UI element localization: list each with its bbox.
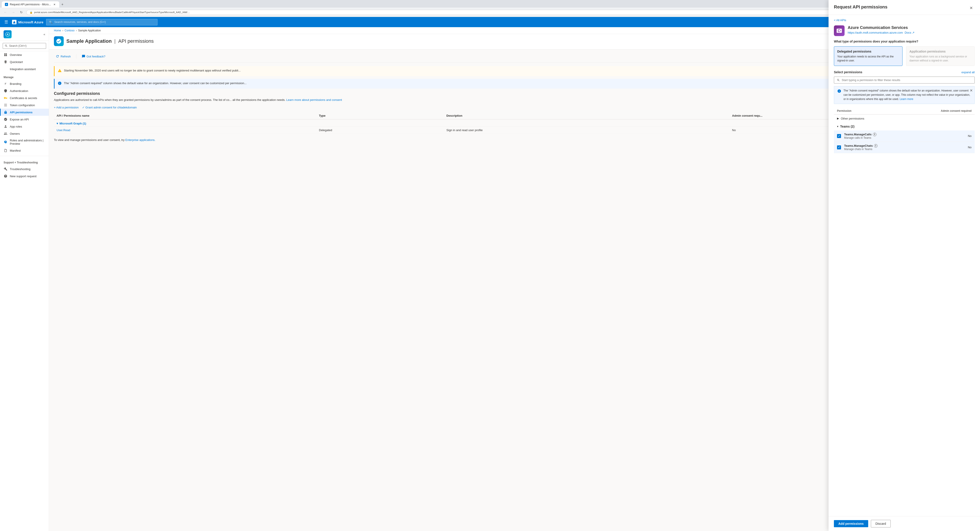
page-title-separator: | <box>114 38 116 44</box>
sidebar-item-support[interactable]: New support request <box>0 173 49 180</box>
manage-calls-checkbox[interactable]: ✓ <box>837 134 841 138</box>
perm-filter-input[interactable] <box>842 78 972 82</box>
manage-calls-desc: Manage calls in Teams <box>844 136 936 139</box>
panel-close-button[interactable]: ✕ <box>967 5 975 11</box>
page-section-name: API permissions <box>118 38 154 44</box>
permissions-search-box[interactable] <box>834 76 975 83</box>
azure-logo-text: Microsoft Azure <box>18 20 43 24</box>
breadcrumb-contoso[interactable]: Contoso <box>65 29 75 32</box>
delegated-desc: Your application needs to access the API… <box>837 54 899 62</box>
sidebar-collapse-button[interactable]: « <box>43 32 45 36</box>
search-icon <box>837 79 840 82</box>
checkmark-icon-2: ✓ <box>838 146 840 149</box>
sidebar-item-certificates[interactable]: Certificates & secrets <box>0 94 49 102</box>
sidebar-item-branding[interactable]: Branding <box>0 80 49 87</box>
user-read-link[interactable]: User.Read <box>57 129 70 132</box>
sidebar-item-overview[interactable]: Overview <box>0 51 49 58</box>
grant-consent-button[interactable]: ✓ Grant admin consent for chladekdomain <box>82 106 137 109</box>
sidebar-item-roles-admin[interactable]: Roles and administrators | Preview <box>0 137 49 147</box>
token-label: Token configuration <box>10 103 35 107</box>
tab-close-button[interactable]: ✕ <box>52 3 56 6</box>
col-description: Description <box>444 112 729 119</box>
graph-group-name: Microsoft Graph (1) <box>59 122 86 125</box>
add-permission-button[interactable]: + Add a permission <box>54 106 79 109</box>
select-perm-header: Select permissions expand all <box>834 70 975 74</box>
address-bar[interactable]: 🔒 portal.azure.com/#blade/Microsoft_AAD_… <box>26 10 912 15</box>
info-text: The "Admin consent required" column show… <box>64 81 247 86</box>
sidebar-item-expose-api[interactable]: Expose an API <box>0 116 49 123</box>
manage-chats-info-icon[interactable]: ℹ <box>874 144 878 148</box>
perm-table-header: Permission Admin consent required <box>834 108 975 114</box>
sidebar-search-box[interactable]: Search (Ctrl+/) <box>3 43 46 49</box>
request-api-permissions-panel: Request API permissions ✕ < All APIs Azu… <box>829 0 980 531</box>
forward-button[interactable]: → <box>10 9 16 15</box>
branding-label: Branding <box>10 82 21 86</box>
sidebar-item-owners[interactable]: Owners <box>0 130 49 137</box>
certificates-icon <box>3 96 8 100</box>
perm-type-question: What type of permissions does your appli… <box>834 40 975 43</box>
back-button[interactable]: ← <box>2 9 8 15</box>
manage-chats-checkbox[interactable]: ✓ <box>837 145 841 149</box>
warning-icon <box>58 68 62 74</box>
sidebar-item-app-roles[interactable]: App roles <box>0 123 49 130</box>
branding-icon <box>3 82 8 86</box>
sidebar: « Search (Ctrl+/) Overview Quickstart <box>0 27 49 531</box>
info-banner-close-button[interactable]: ✕ <box>970 88 973 94</box>
perm-type-cell: Delegated <box>316 126 444 134</box>
new-tab-button[interactable]: + <box>59 2 65 8</box>
discard-button[interactable]: Discard <box>871 520 891 528</box>
breadcrumb-home[interactable]: Home <box>54 29 61 32</box>
refresh-button[interactable]: Refresh <box>54 53 73 59</box>
feedback-button[interactable]: Got feedback? <box>80 53 107 59</box>
add-permissions-button[interactable]: Add permissions <box>834 520 868 527</box>
sidebar-item-manifest[interactable]: Manifest <box>0 147 49 154</box>
app-roles-label: App roles <box>10 125 22 128</box>
hamburger-menu[interactable]: ☰ <box>3 18 10 26</box>
checkmark-icon: ✓ <box>838 135 840 138</box>
integration-icon <box>3 67 8 71</box>
manage-calls-details: Teams.ManageCalls ℹ Manage calls in Team… <box>844 133 936 139</box>
sidebar-item-authentication[interactable]: Authentication <box>0 87 49 94</box>
manage-chats-details: Teams.ManageChats ℹ Manage chats in Team… <box>844 144 936 151</box>
panel-body: < All APIs Azure Communication Services … <box>829 15 980 516</box>
api-icon <box>834 25 845 36</box>
overview-label: Overview <box>10 53 22 57</box>
application-title: Application permissions <box>909 50 971 53</box>
roles-admin-label: Roles and administrators | Preview <box>10 139 45 145</box>
panel-title: Request API permissions <box>834 5 887 10</box>
info-banner-icon <box>837 89 841 93</box>
sidebar-item-quickstart[interactable]: Quickstart <box>0 58 49 65</box>
other-permissions-toggle[interactable]: ▶ Other permissions <box>834 114 975 122</box>
panel-header: Request API permissions ✕ <box>829 0 980 15</box>
sidebar-item-troubleshooting[interactable]: Troubleshooting <box>0 165 49 173</box>
delegated-title: Delegated permissions <box>837 50 899 53</box>
delegated-permissions-card[interactable]: Delegated permissions Your application n… <box>834 46 902 66</box>
expand-all-link[interactable]: expand all <box>961 71 975 74</box>
toolbar-divider <box>76 54 76 59</box>
azure-search-bar[interactable]: 🔍 Search resources, services, and docs (… <box>46 19 158 25</box>
manage-calls-info-icon[interactable]: ℹ <box>873 133 877 136</box>
docs-link[interactable]: Docs ↗ <box>905 31 915 34</box>
reload-button[interactable]: ↻ <box>18 9 24 15</box>
info-banner-learn-more[interactable]: Learn more <box>900 97 913 101</box>
manage-calls-name: Teams.ManageCalls ℹ <box>844 133 936 136</box>
token-icon <box>3 103 8 107</box>
info-icon <box>58 81 62 87</box>
manage-chats-name: Teams.ManageChats ℹ <box>844 144 936 148</box>
teams-group-header[interactable]: ▾ Teams (2) <box>834 122 975 130</box>
authentication-label: Authentication <box>10 89 28 92</box>
api-url-link[interactable]: https://auth.msft.communication.azure.co… <box>848 31 903 34</box>
back-to-all-apis-link[interactable]: < All APIs <box>834 19 975 22</box>
certificates-label: Certificates & secrets <box>10 96 37 100</box>
enterprise-apps-link[interactable]: Enterprise applications. <box>126 138 156 141</box>
panel-footer: Add permissions Discard <box>829 516 980 531</box>
sidebar-item-integration[interactable]: Integration assistant <box>0 65 49 73</box>
learn-more-link[interactable]: Learn more about permissions and consent <box>286 98 342 102</box>
api-details: Azure Communication Services https://aut… <box>848 25 915 34</box>
application-permissions-card[interactable]: Application permissions Your application… <box>906 46 975 66</box>
page-app-icon <box>54 36 64 46</box>
active-tab[interactable]: A Request API permissions - Micro... ✕ <box>2 2 59 8</box>
sidebar-item-api-permissions[interactable]: API permissions <box>0 109 49 116</box>
sidebar-item-token[interactable]: Token configuration <box>0 102 49 109</box>
manage-chats-desc: Manage chats in Teams <box>844 148 936 151</box>
